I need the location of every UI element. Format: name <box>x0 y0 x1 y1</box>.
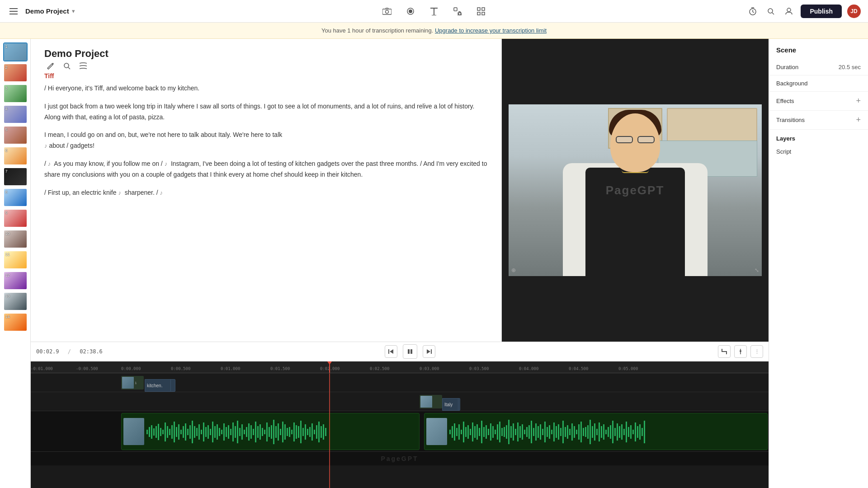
audio-clip-1[interactable] <box>121 413 420 450</box>
effects-row[interactable]: Effects + <box>769 92 868 111</box>
thumbnail-14[interactable]: 14 <box>3 313 28 332</box>
thumbnail-10[interactable]: 10 <box>3 230 28 249</box>
menu-icon[interactable] <box>7 5 20 18</box>
glasses <box>616 136 655 143</box>
svg-rect-75 <box>248 423 250 441</box>
person-head <box>610 113 660 172</box>
svg-rect-34 <box>156 426 157 438</box>
ruler-mark-9: 0:03.500 <box>469 366 489 371</box>
script-para-3[interactable]: I mean, I could go on and on, but, we're… <box>44 130 488 151</box>
svg-rect-79 <box>257 426 259 438</box>
ruler-mark-3: 0:00.500 <box>171 366 190 371</box>
svg-point-29 <box>740 350 741 352</box>
timeline: -0:01.000 -0:00.500 0:00.000 0:00.500 0:… <box>31 361 769 488</box>
thumbnail-2[interactable]: 2 <box>3 63 28 82</box>
ruler-mark-8: 0:03.000 <box>420 366 439 371</box>
script-item[interactable]: Script <box>769 145 868 159</box>
shapes-tool-icon[interactable] <box>451 5 464 18</box>
svg-rect-94 <box>291 430 292 434</box>
record-tool-icon[interactable] <box>404 5 417 18</box>
thumbnail-4[interactable]: 4 <box>3 105 28 124</box>
thumbnail-6[interactable]: 6 <box>3 146 28 165</box>
svg-rect-27 <box>726 352 727 354</box>
svg-marker-20 <box>390 349 393 354</box>
thumbnail-8[interactable]: 8 <box>3 188 28 207</box>
audio-clip-2[interactable] <box>424 413 768 450</box>
edit-icon[interactable] <box>44 60 57 72</box>
text-tool-icon[interactable] <box>428 5 440 18</box>
svg-rect-169 <box>583 428 584 436</box>
word-chip-italy[interactable]: Italy <box>442 398 458 411</box>
svg-rect-52 <box>196 428 198 436</box>
time-separator: / <box>65 348 75 355</box>
svg-rect-99 <box>302 428 304 436</box>
svg-rect-70 <box>237 421 238 443</box>
svg-rect-185 <box>619 426 620 438</box>
svg-rect-138 <box>513 423 514 441</box>
svg-rect-104 <box>314 430 315 434</box>
svg-rect-151 <box>542 429 543 435</box>
avatar: JD <box>847 5 861 18</box>
bottom-watermark: PageGPT <box>381 455 418 462</box>
thumbnail-11[interactable]: 11 <box>3 250 28 269</box>
project-title: Demo Project <box>25 7 69 15</box>
more-options-button[interactable]: ⋮ <box>750 345 763 358</box>
svg-rect-44 <box>178 424 179 440</box>
dropdown-chevron[interactable]: ▾ <box>72 8 75 14</box>
svg-rect-78 <box>255 422 256 442</box>
thumbnail-7[interactable]: 7 <box>3 167 28 186</box>
resize-handle[interactable]: ⤡ <box>755 267 759 273</box>
svg-rect-190 <box>630 425 632 439</box>
svg-rect-85 <box>271 425 272 439</box>
publish-button[interactable]: Publish <box>801 5 842 18</box>
script-para-4[interactable]: / ♪ As you may know, if you follow me on… <box>44 159 488 180</box>
pause-button[interactable] <box>403 344 417 359</box>
svg-rect-36 <box>160 428 161 436</box>
editor-search-icon[interactable] <box>61 60 73 72</box>
video-thumbnail-1: 1 <box>121 376 144 389</box>
trim-tool-button[interactable] <box>718 345 731 358</box>
notif-link[interactable]: Upgrade to increase your transcription l… <box>435 27 547 34</box>
duration-row[interactable]: Duration 20.5 sec <box>769 59 868 75</box>
editor-layout-icon[interactable] <box>77 60 90 72</box>
audio-thumb-1 <box>123 418 144 445</box>
adjust-tool-button[interactable] <box>734 345 747 358</box>
svg-rect-46 <box>183 426 184 438</box>
svg-rect-157 <box>556 426 557 438</box>
thumbnail-5[interactable]: 5 <box>3 126 28 145</box>
editor-title: Demo Project <box>44 48 108 59</box>
svg-rect-191 <box>632 430 634 434</box>
search-right-icon[interactable] <box>764 5 777 18</box>
svg-rect-43 <box>176 427 177 437</box>
thumbnail-12[interactable]: 12 <box>3 271 28 290</box>
grid-tool-icon[interactable] <box>475 5 487 18</box>
thumbnail-13[interactable]: 13 <box>3 292 28 311</box>
camera-tool-icon[interactable] <box>381 5 393 18</box>
svg-rect-124 <box>481 421 482 443</box>
ruler-mark-1: -0:00.500 <box>76 366 98 371</box>
svg-rect-77 <box>253 429 254 435</box>
thumbnail-panel: 1 2 3 4 5 6 7 <box>0 39 31 488</box>
waveform-svg-1 <box>146 417 418 447</box>
transitions-row[interactable]: Transitions + <box>769 111 868 130</box>
script-para-5[interactable]: / First up, an electric knife ♪ sharpene… <box>44 188 488 198</box>
skip-forward-button[interactable] <box>423 345 435 358</box>
background-row[interactable]: Background <box>769 75 868 92</box>
skip-back-button[interactable] <box>385 345 397 358</box>
svg-rect-106 <box>318 422 320 442</box>
thumbnail-9[interactable]: 9 <box>3 209 28 228</box>
thumbnail-1[interactable]: 1 <box>3 42 28 61</box>
expand-icon[interactable]: ⊕ <box>511 267 516 273</box>
script-para-2[interactable]: I just got back from a two week long tri… <box>44 101 488 123</box>
effects-add-icon[interactable]: + <box>856 96 861 106</box>
svg-rect-125 <box>483 427 485 437</box>
word-chip-kitchen[interactable]: kitchen. <box>145 379 171 392</box>
svg-rect-111 <box>452 426 453 438</box>
script-para-1[interactable]: / Hi everyone, it's Tiff, and welcome ba… <box>44 83 488 94</box>
transitions-add-icon[interactable]: + <box>856 115 861 125</box>
thumbnail-3[interactable]: 3 <box>3 84 28 103</box>
svg-rect-9 <box>477 8 480 10</box>
svg-rect-101 <box>307 429 308 435</box>
timer-right-icon[interactable] <box>746 5 759 18</box>
account-right-icon[interactable] <box>783 5 795 18</box>
